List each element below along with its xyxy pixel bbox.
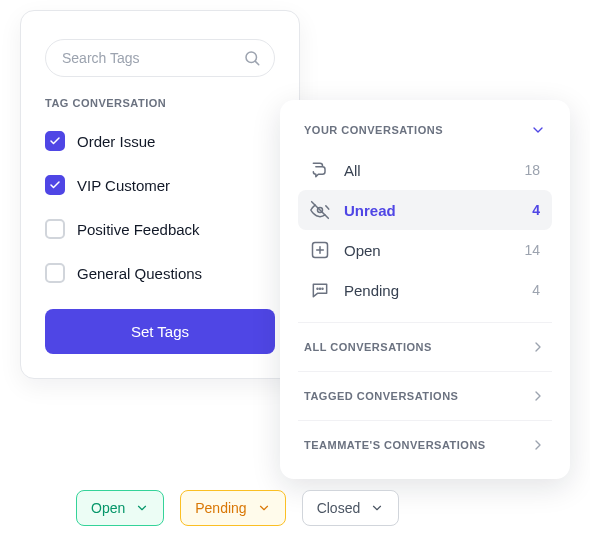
conv-item-all[interactable]: All 18 bbox=[298, 150, 552, 190]
tag-section-label: TAG CONVERSATION bbox=[45, 97, 275, 109]
status-row: Open Pending Closed bbox=[76, 490, 399, 526]
chevron-right-icon bbox=[530, 339, 546, 355]
checkbox-icon bbox=[45, 131, 65, 151]
tag-panel: TAG CONVERSATION Order Issue VIP Custome… bbox=[20, 10, 300, 379]
chevron-down-icon bbox=[135, 501, 149, 515]
group-tagged-conversations[interactable]: TAGGED CONVERSATIONS bbox=[298, 371, 552, 420]
status-label: Open bbox=[91, 500, 125, 516]
group-teammates-conversations[interactable]: TEAMMATE'S CONVERSATIONS bbox=[298, 420, 552, 469]
chevron-down-icon bbox=[257, 501, 271, 515]
status-label: Closed bbox=[317, 500, 361, 516]
group-all-conversations[interactable]: ALL CONVERSATIONS bbox=[298, 322, 552, 371]
status-open-button[interactable]: Open bbox=[76, 490, 164, 526]
tag-item-vip-customer[interactable]: VIP Customer bbox=[45, 169, 275, 201]
tag-item-order-issue[interactable]: Order Issue bbox=[45, 125, 275, 157]
search-wrap bbox=[45, 39, 275, 77]
svg-point-7 bbox=[317, 288, 318, 289]
svg-line-2 bbox=[312, 202, 329, 219]
conv-item-label: Open bbox=[344, 242, 510, 259]
status-label: Pending bbox=[195, 500, 246, 516]
svg-line-1 bbox=[255, 61, 258, 64]
conv-item-count: 4 bbox=[532, 282, 540, 298]
tag-item-positive-feedback[interactable]: Positive Feedback bbox=[45, 213, 275, 245]
chevron-down-icon bbox=[530, 122, 546, 138]
set-tags-button[interactable]: Set Tags bbox=[45, 309, 275, 354]
chevron-right-icon bbox=[530, 437, 546, 453]
search-input[interactable] bbox=[45, 39, 275, 77]
group-label: TEAMMATE'S CONVERSATIONS bbox=[304, 439, 486, 451]
svg-point-8 bbox=[320, 288, 321, 289]
your-conversations-label: YOUR CONVERSATIONS bbox=[304, 124, 443, 136]
conv-item-open[interactable]: Open 14 bbox=[298, 230, 552, 270]
chevron-down-icon bbox=[370, 501, 384, 515]
conv-item-label: Unread bbox=[344, 202, 518, 219]
checkbox-icon bbox=[45, 219, 65, 239]
group-label: ALL CONVERSATIONS bbox=[304, 341, 432, 353]
checkbox-icon bbox=[45, 263, 65, 283]
status-pending-button[interactable]: Pending bbox=[180, 490, 285, 526]
tag-label: VIP Customer bbox=[77, 177, 170, 194]
tag-item-general-questions[interactable]: General Questions bbox=[45, 257, 275, 289]
eye-off-icon bbox=[310, 200, 330, 220]
tag-label: Order Issue bbox=[77, 133, 155, 150]
conv-item-label: All bbox=[344, 162, 510, 179]
conv-item-label: Pending bbox=[344, 282, 518, 299]
conv-item-count: 4 bbox=[532, 202, 540, 218]
status-closed-button[interactable]: Closed bbox=[302, 490, 400, 526]
search-icon bbox=[243, 49, 261, 67]
tag-label: Positive Feedback bbox=[77, 221, 200, 238]
conversations-panel: YOUR CONVERSATIONS All 18 Unread 4 Open … bbox=[280, 100, 570, 479]
your-conversations-header[interactable]: YOUR CONVERSATIONS bbox=[298, 122, 552, 138]
conv-item-count: 18 bbox=[524, 162, 540, 178]
group-label: TAGGED CONVERSATIONS bbox=[304, 390, 458, 402]
conv-item-pending[interactable]: Pending 4 bbox=[298, 270, 552, 310]
chat-icon bbox=[310, 160, 330, 180]
message-dots-icon bbox=[310, 280, 330, 300]
conv-item-unread[interactable]: Unread 4 bbox=[298, 190, 552, 230]
chevron-right-icon bbox=[530, 388, 546, 404]
conv-item-count: 14 bbox=[524, 242, 540, 258]
plus-square-icon bbox=[310, 240, 330, 260]
svg-point-9 bbox=[322, 288, 323, 289]
tag-label: General Questions bbox=[77, 265, 202, 282]
checkbox-icon bbox=[45, 175, 65, 195]
